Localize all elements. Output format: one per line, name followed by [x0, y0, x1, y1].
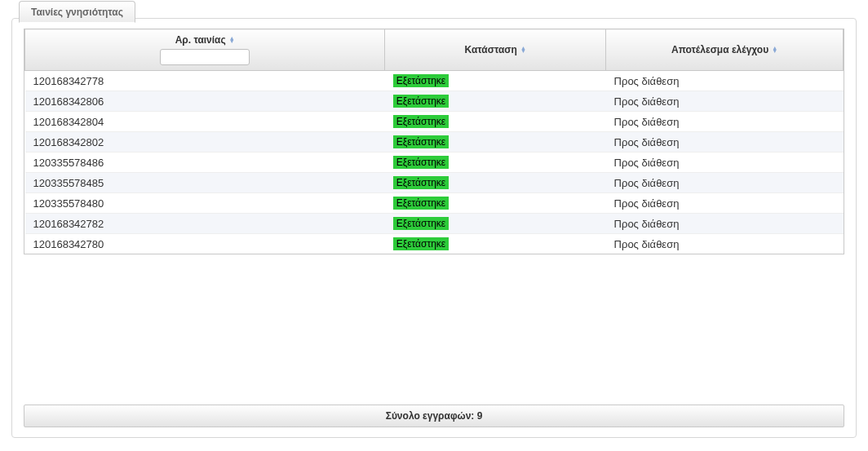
- cell-status: Εξετάστηκε: [385, 112, 606, 132]
- cell-result: Προς διάθεση: [606, 214, 844, 234]
- sort-icon: ▲▼: [520, 46, 526, 53]
- tab-label: Ταινίες γνησιότητας: [31, 7, 123, 18]
- sort-icon: ▲▼: [229, 37, 235, 43]
- column-header-result[interactable]: Αποτέλεσμα ελέγχου ▲▼: [606, 29, 844, 71]
- cell-result: Προς διάθεση: [606, 132, 844, 153]
- panel: Ταινίες γνησιότητας Αρ. ταινίας ▲▼ Κατ: [11, 18, 857, 438]
- cell-id: 120168342802: [25, 132, 385, 153]
- status-badge: Εξετάστηκε: [393, 74, 449, 87]
- table-row[interactable]: 120335578480ΕξετάστηκεΠρος διάθεση: [25, 193, 844, 214]
- cell-result: Προς διάθεση: [606, 91, 844, 112]
- table-row[interactable]: 120168342804ΕξετάστηκεΠρος διάθεση: [25, 112, 844, 132]
- cell-result: Προς διάθεση: [606, 234, 844, 254]
- cell-result: Προς διάθεση: [606, 173, 844, 193]
- totals-label: Σύνολο εγγραφών: 9: [386, 410, 483, 422]
- cell-status: Εξετάστηκε: [385, 193, 606, 214]
- table-row[interactable]: 120168342778ΕξετάστηκεΠρος διάθεση: [25, 71, 844, 91]
- sort-icon: ▲▼: [772, 46, 777, 53]
- cell-result: Προς διάθεση: [606, 193, 844, 214]
- cell-status: Εξετάστηκε: [385, 71, 606, 91]
- column-header-id-label: Αρ. ταινίας: [175, 34, 226, 46]
- status-badge: Εξετάστηκε: [393, 95, 449, 108]
- totals-bar: Σύνολο εγγραφών: 9: [24, 405, 844, 427]
- column-header-id[interactable]: Αρ. ταινίας ▲▼: [25, 29, 385, 71]
- table-row[interactable]: 120335578485ΕξετάστηκεΠρος διάθεση: [25, 173, 844, 193]
- column-header-result-label: Αποτέλεσμα ελέγχου: [671, 44, 768, 55]
- table-row[interactable]: 120168342780ΕξετάστηκεΠρος διάθεση: [25, 234, 844, 254]
- cell-id: 120168342782: [25, 214, 385, 234]
- cell-id: 120335578486: [25, 153, 385, 173]
- cell-status: Εξετάστηκε: [385, 132, 606, 153]
- cell-result: Προς διάθεση: [606, 112, 844, 132]
- cell-result: Προς διάθεση: [606, 71, 844, 91]
- cell-id: 120168342804: [25, 112, 385, 132]
- cell-status: Εξετάστηκε: [385, 91, 606, 112]
- status-badge: Εξετάστηκε: [393, 237, 449, 250]
- cell-id: 120335578480: [25, 193, 385, 214]
- status-badge: Εξετάστηκε: [393, 197, 449, 210]
- status-badge: Εξετάστηκε: [393, 176, 449, 189]
- cell-result: Προς διάθεση: [606, 153, 844, 173]
- status-badge: Εξετάστηκε: [393, 115, 449, 128]
- cell-status: Εξετάστηκε: [385, 153, 606, 173]
- table-row[interactable]: 120168342806ΕξετάστηκεΠρος διάθεση: [25, 91, 844, 112]
- table-row[interactable]: 120168342782ΕξετάστηκεΠρος διάθεση: [25, 214, 844, 234]
- column-header-status-label: Κατάσταση: [465, 44, 517, 55]
- cell-id: 120335578485: [25, 173, 385, 193]
- empty-space: [24, 254, 844, 400]
- column-header-status[interactable]: Κατάσταση ▲▼: [385, 29, 606, 71]
- cell-id: 120168342806: [25, 91, 385, 112]
- table-row[interactable]: 120168342802ΕξετάστηκεΠρος διάθεση: [25, 132, 844, 153]
- cell-status: Εξετάστηκε: [385, 214, 606, 234]
- data-table: Αρ. ταινίας ▲▼ Κατάσταση ▲▼ Αποτέλε: [24, 29, 844, 254]
- cell-id: 120168342778: [25, 71, 385, 91]
- status-badge: Εξετάστηκε: [393, 156, 449, 169]
- table-row[interactable]: 120335578486ΕξετάστηκεΠρος διάθεση: [25, 153, 844, 173]
- cell-status: Εξετάστηκε: [385, 234, 606, 254]
- cell-status: Εξετάστηκε: [385, 173, 606, 193]
- status-badge: Εξετάστηκε: [393, 135, 449, 148]
- tab-authenticity-strips[interactable]: Ταινίες γνησιότητας: [19, 1, 135, 23]
- status-badge: Εξετάστηκε: [393, 217, 449, 230]
- filter-input-id[interactable]: [160, 49, 250, 65]
- cell-id: 120168342780: [25, 234, 385, 254]
